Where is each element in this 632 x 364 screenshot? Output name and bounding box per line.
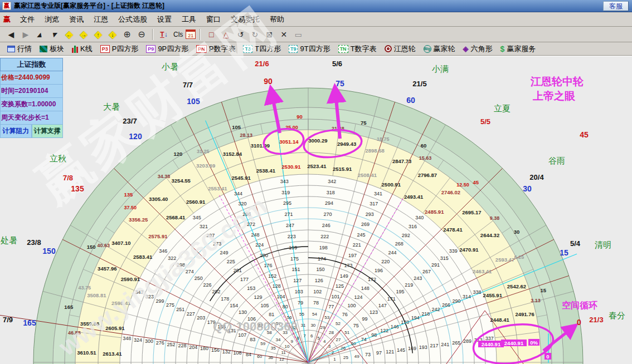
svg-text:9: 9 [291, 339, 294, 344]
move-down-button[interactable]: ◆↓ [106, 28, 119, 41]
square-tool-button[interactable]: □ [205, 28, 218, 41]
svg-text:225: 225 [227, 259, 235, 264]
svg-text:104: 104 [277, 294, 285, 299]
zoom-out-button[interactable]: ⊖ [135, 28, 148, 41]
annotation-space-cycle: 空间循环 [562, 300, 597, 312]
svg-text:2440.91: 2440.91 [482, 341, 501, 347]
svg-text:40.63: 40.63 [97, 243, 110, 248]
svg-text:106: 106 [247, 316, 256, 322]
svg-text:46.88: 46.88 [68, 330, 81, 336]
svg-text:245: 245 [357, 232, 365, 238]
menu-资讯[interactable]: 资讯 [64, 13, 89, 26]
zoom-in-button[interactable]: ⊕ [120, 28, 134, 41]
9p-square-button[interactable]: P99P四方形 [143, 43, 191, 55]
t-square-button[interactable]: T3T四方形 [240, 43, 283, 55]
calc-support-button[interactable]: 计算支撑 [32, 125, 64, 138]
t-table-button[interactable]: TNT数字表 [336, 43, 380, 55]
crosshair-button[interactable]: ✕ [277, 28, 290, 41]
svg-text:3203.69: 3203.69 [196, 163, 215, 169]
calc-resistance-button[interactable]: 计算阻力 [0, 125, 32, 138]
tools-toolbar: 行情板块K线P3P四方形P99P四方形PNP数字表T3T四方形T99T四方形TN… [0, 42, 632, 56]
svg-text:103: 103 [295, 289, 303, 294]
customer-service-button[interactable]: 客服 [603, 1, 629, 11]
svg-text:249: 249 [220, 250, 229, 255]
svg-text:2695.17: 2695.17 [462, 209, 481, 215]
svg-text:272: 272 [247, 222, 255, 227]
rotate-ccw-button[interactable]: ↺ [234, 28, 247, 41]
svg-text:347: 347 [135, 289, 143, 295]
svg-text:108: 108 [234, 350, 242, 356]
menu-工具[interactable]: 工具 [177, 13, 201, 26]
select-box-button[interactable]: ⊠ [262, 28, 276, 41]
rotate-cw-button[interactable]: ↻ [248, 28, 261, 41]
menu-设置[interactable]: 设置 [152, 13, 177, 26]
badge-icon: T9 [289, 45, 298, 53]
svg-text:80: 80 [283, 304, 288, 309]
arrow-icon: → [81, 31, 86, 37]
svg-text:222: 222 [320, 234, 329, 239]
svg-text:2515.91: 2515.91 [333, 166, 352, 172]
svg-text:219: 219 [405, 282, 413, 288]
toolbar-item-label: T数字表 [351, 44, 377, 54]
kline-button[interactable]: K线 [69, 43, 95, 55]
screen-button[interactable]: ▭ [291, 28, 305, 41]
svg-text:298: 298 [177, 262, 185, 268]
svg-text:169: 169 [408, 346, 416, 351]
solar-term-label: 立夏 [494, 104, 511, 114]
svg-text:105: 105 [261, 303, 269, 308]
svg-text:241: 241 [441, 342, 449, 347]
date-label: 23/8 [27, 238, 41, 247]
dollar-icon: $ [500, 45, 505, 53]
time-axis-button[interactable]: T↓ [157, 28, 171, 41]
svg-text:175: 175 [290, 256, 299, 262]
quotes-button[interactable]: 行情 [4, 43, 35, 55]
p-table-button[interactable]: PNP数字表 [193, 43, 238, 55]
badge-icon: P3 [100, 45, 110, 53]
svg-text:55: 55 [299, 312, 304, 317]
badge-icon: PN [196, 45, 207, 53]
winner-service-button[interactable]: $赢家服务 [498, 43, 539, 55]
clear-button[interactable]: Cls [172, 31, 184, 38]
svg-text:250: 250 [195, 276, 203, 281]
svg-text:2: 2 [332, 350, 334, 355]
svg-text:348: 348 [123, 336, 131, 341]
move-left-button[interactable]: ◆← [62, 28, 76, 41]
svg-text:176: 176 [264, 263, 273, 268]
svg-text:177: 177 [240, 277, 249, 282]
svg-text:3305.40: 3305.40 [149, 196, 168, 202]
forward-button[interactable]: ▶ [19, 28, 32, 41]
toolbar-item-label: 赢家轮 [434, 44, 455, 54]
svg-text:3152.84: 3152.84 [223, 151, 242, 157]
calendar-button[interactable]: 21 [186, 29, 196, 39]
menu-公式选股[interactable]: 公式选股 [113, 13, 152, 26]
triangle-tool-button[interactable]: △ [219, 28, 232, 41]
svg-text:2455.91: 2455.91 [483, 292, 503, 298]
toolbar-item-label: 行情 [17, 44, 32, 54]
sectors-button[interactable]: 板块 [37, 43, 67, 55]
menu-帮助[interactable]: 帮助 [265, 13, 289, 26]
menu-窗口[interactable]: 窗口 [201, 13, 226, 26]
hexagon-button[interactable]: ◈六角形 [460, 43, 495, 55]
menu-浏览[interactable]: 浏览 [40, 13, 64, 26]
svg-text:8: 8 [296, 336, 299, 341]
9t-square-button[interactable]: T99T四方形 [286, 43, 333, 55]
cursor-down-button[interactable]: ▼ [46, 28, 63, 41]
menu-江恩[interactable]: 江恩 [89, 13, 113, 26]
svg-text:178: 178 [221, 296, 229, 302]
svg-text:79: 79 [298, 300, 303, 306]
gann-wheel-chart-area[interactable]: 1234567891011121324252627282930313233343… [0, 56, 632, 364]
svg-text:0: 0 [546, 353, 549, 360]
move-right-button[interactable]: ◆→ [77, 28, 90, 41]
back-button[interactable]: ◀ [4, 28, 18, 41]
solar-term-label: 谷雨 [548, 156, 565, 166]
move-up-button[interactable]: ◆↑ [91, 28, 105, 41]
svg-text:154: 154 [230, 303, 238, 308]
svg-text:220: 220 [381, 259, 390, 264]
svg-text:345: 345 [193, 215, 201, 220]
menu-文件[interactable]: 文件 [15, 13, 40, 26]
gann-wheel-button[interactable]: 江恩轮 [382, 43, 419, 55]
outer-degree-label: 30 [523, 184, 532, 193]
p-square-button[interactable]: P3P四方形 [98, 43, 142, 55]
winner-wheel-button[interactable]: Big赢家轮 [421, 43, 458, 55]
menu-交易委托[interactable]: 交易委托 [226, 13, 265, 26]
